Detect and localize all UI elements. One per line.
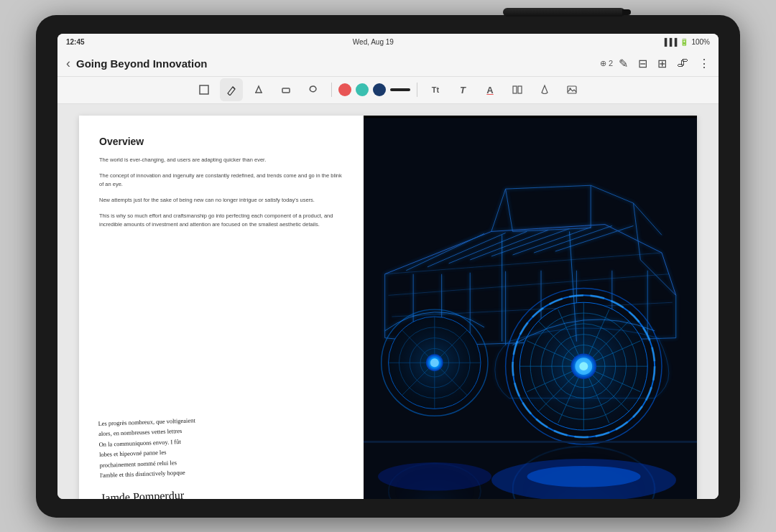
highlighter-tool-button[interactable]	[247, 78, 270, 101]
text-color-button[interactable]: A	[479, 78, 502, 101]
svg-rect-0	[200, 85, 208, 94]
lasso-tool-button[interactable]	[302, 78, 325, 101]
svg-rect-4	[568, 86, 576, 93]
drawing-toolbar: Tt T A	[57, 77, 719, 104]
stroke-thickness-button[interactable]	[390, 88, 410, 91]
title-bar: ‹ Going Beyond Innovation ⊕ 2 ✎ ⊟ ⊞ 🖇 ⋮	[57, 51, 719, 77]
toolbar-separator-2	[417, 83, 417, 97]
signal-icon: ▐▐▐	[662, 38, 677, 46]
color-teal-button[interactable]	[356, 83, 369, 96]
pen-mode-icon[interactable]: ✎	[619, 57, 628, 70]
more-options-icon[interactable]: ⋮	[698, 57, 710, 70]
layout-icon[interactable]: ⊟	[638, 57, 647, 70]
paragraph-4: This is why so much effort and craftsman…	[99, 212, 346, 229]
status-time: 12:45	[66, 38, 85, 46]
color-red-button[interactable]	[338, 83, 351, 96]
tablet-device: 12:45 Wed, Aug 19 ▐▐▐ 🔋 100% ‹ Going Bey…	[36, 15, 740, 518]
font-style-button[interactable]: T	[451, 78, 474, 101]
attach-icon[interactable]: 🖇	[677, 57, 688, 70]
color-navy-button[interactable]	[373, 83, 386, 96]
image-insert-button[interactable]	[560, 78, 583, 101]
status-date: Wed, Aug 19	[353, 38, 394, 46]
columns-button[interactable]	[506, 78, 529, 101]
status-bar: 12:45 Wed, Aug 19 ▐▐▐ 🔋 100%	[57, 34, 719, 51]
status-indicators: ▐▐▐ 🔋 100%	[662, 38, 710, 46]
collaborators-badge[interactable]: ⊕ 2	[600, 59, 613, 68]
pen-tool-button[interactable]	[220, 78, 243, 101]
svg-point-58	[430, 358, 438, 367]
document-signature: Jamde Pomperdur	[101, 479, 348, 498]
car-wireframe-image	[364, 116, 697, 499]
title-actions: ✎ ⊟ ⊞ 🖇 ⋮	[619, 57, 710, 70]
tablet-screen: 12:45 Wed, Aug 19 ▐▐▐ 🔋 100% ‹ Going Bey…	[57, 34, 719, 499]
paragraph-1: The world is ever-changing, and users ar…	[99, 156, 346, 164]
content-area: Overview The world is ever-changing, and…	[57, 104, 719, 499]
document-text-area: Overview The world is ever-changing, and…	[79, 116, 364, 499]
fill-tool-button[interactable]	[533, 78, 556, 101]
document-heading: Overview	[99, 136, 346, 147]
collab-icon: ⊕	[600, 59, 606, 68]
svg-point-45	[579, 362, 588, 370]
paragraph-2: The concept of innovation and ingenuity …	[99, 172, 346, 189]
svg-rect-1	[282, 88, 290, 93]
handwriting-section: Les progrès nombreux, que voltigeaient a…	[98, 396, 348, 499]
collab-count: 2	[609, 59, 613, 67]
paragraph-3: New attempts just for the sake of being …	[99, 196, 346, 205]
select-tool-button[interactable]	[193, 78, 216, 101]
eraser-tool-button[interactable]	[274, 78, 297, 101]
stylus	[503, 8, 625, 17]
toolbar-separator-1	[331, 83, 332, 97]
svg-point-65	[527, 465, 640, 487]
document-page: Overview The world is ever-changing, and…	[79, 116, 697, 499]
svg-point-66	[377, 462, 491, 490]
document-title: Going Beyond Innovation	[76, 57, 594, 70]
battery-icon: 🔋	[680, 38, 688, 46]
text-size-button[interactable]: Tt	[424, 78, 447, 101]
svg-rect-3	[518, 86, 522, 93]
car-image-area	[364, 116, 697, 499]
svg-rect-59	[364, 440, 697, 442]
battery-label: 100%	[691, 38, 710, 46]
back-button[interactable]: ‹	[66, 56, 70, 71]
svg-rect-2	[513, 86, 517, 93]
grid-icon[interactable]: ⊞	[657, 57, 667, 70]
